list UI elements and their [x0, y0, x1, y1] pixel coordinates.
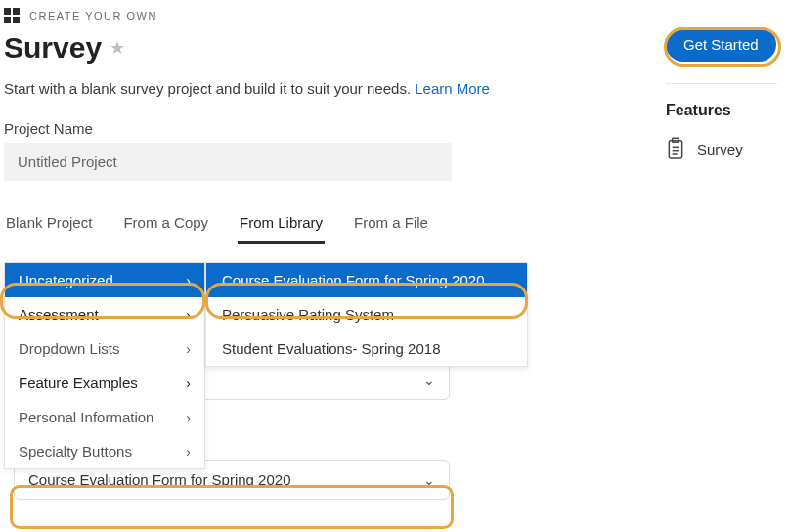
tab-from-file[interactable]: From a File — [352, 204, 430, 244]
category-item-specialty-buttons[interactable]: Specialty Buttons › — [5, 434, 204, 468]
project-name-input[interactable] — [4, 143, 452, 181]
category-item-assessment[interactable]: Assessment › — [5, 297, 204, 332]
page-title: Survey — [4, 31, 102, 65]
chevron-right-icon: › — [186, 410, 191, 425]
category-item-personal-information[interactable]: Personal Information › — [5, 400, 204, 434]
category-item-dropdown-lists[interactable]: Dropdown Lists › — [5, 332, 204, 366]
chevron-down-icon: ⌄ — [423, 472, 435, 488]
category-label: Assessment — [19, 306, 99, 323]
svg-rect-0 — [669, 141, 681, 158]
chevron-right-icon: › — [186, 341, 191, 357]
template-menu: Course Evaluation Form for Spring 2020 P… — [205, 262, 528, 367]
description-text: Start with a blank survey project and bu… — [4, 80, 415, 97]
get-started-button[interactable]: Get Started — [666, 27, 776, 62]
category-item-feature-examples[interactable]: Feature Examples › — [5, 366, 204, 400]
category-label: Specialty Buttons — [19, 443, 132, 460]
chevron-right-icon: › — [186, 307, 191, 323]
category-label: Dropdown Lists — [19, 340, 119, 357]
right-panel: Get Started Features Survey — [666, 27, 777, 160]
tab-blank-project[interactable]: Blank Project — [4, 204, 94, 244]
chevron-right-icon: › — [186, 444, 191, 460]
category-label: Uncategorized — [19, 272, 113, 288]
library-picker-area: tte College ⌄ Uncategorized › Assessment… — [0, 244, 789, 256]
source-tabs: Blank Project From a Copy From Library F… — [0, 204, 548, 244]
chevron-down-icon: ⌄ — [423, 373, 435, 388]
features-heading: Features — [666, 102, 731, 119]
template-item-student-eval-2018[interactable]: Student Evaluations- Spring 2018 — [206, 332, 527, 366]
favorite-star-icon[interactable]: ★ — [110, 37, 125, 59]
chevron-right-icon: › — [186, 376, 191, 391]
breadcrumb-text: CREATE YOUR OWN — [29, 10, 157, 22]
template-item-persuasive-rating[interactable]: Persuasive Rating System — [206, 297, 527, 332]
learn-more-link[interactable]: Learn More — [415, 80, 490, 97]
tab-from-library[interactable]: From Library — [238, 204, 325, 244]
feature-survey-label: Survey — [697, 141, 743, 157]
template-item-course-eval-2020[interactable]: Course Evaluation Form for Spring 2020 — [206, 263, 527, 297]
category-label: Personal Information — [19, 409, 153, 425]
tab-from-copy[interactable]: From a Copy — [121, 204, 210, 244]
category-label: Feature Examples — [19, 375, 138, 391]
breadcrumb: CREATE YOUR OWN — [0, 0, 789, 27]
template-select-value: Course Evaluation Form for Spring 2020 — [28, 471, 290, 488]
divider — [666, 83, 777, 84]
feature-survey-row: Survey — [666, 137, 743, 160]
app-grid-icon — [4, 8, 20, 23]
category-item-uncategorized[interactable]: Uncategorized › — [5, 263, 204, 297]
category-menu: Uncategorized › Assessment › Dropdown Li… — [4, 262, 205, 469]
clipboard-icon — [666, 137, 685, 160]
chevron-right-icon: › — [186, 273, 191, 288]
